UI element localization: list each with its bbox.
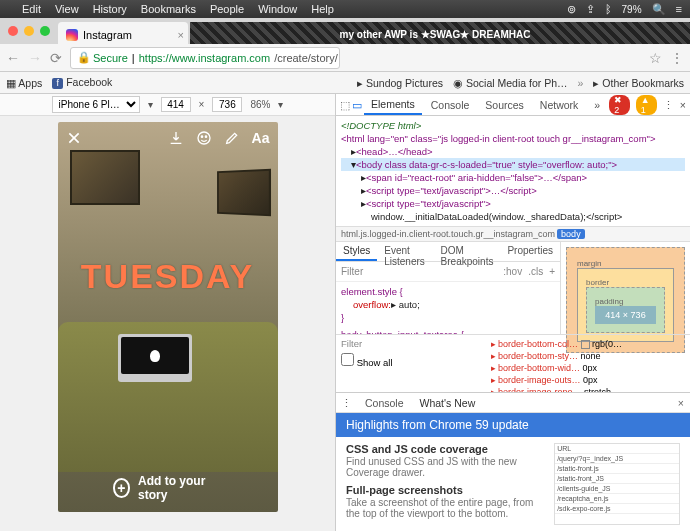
svg-point-0 <box>198 132 210 144</box>
bookmark-social-media[interactable]: ◉ Social Media for Ph… <box>453 77 567 89</box>
devtools-drawer: ⋮ Console What's New × Highlights from C… <box>336 392 690 531</box>
tab-title: Instagram <box>83 29 132 41</box>
tab-more[interactable]: » <box>587 96 607 114</box>
window-controls <box>0 26 58 36</box>
close-window-icon[interactable] <box>8 26 18 36</box>
wifi-icon[interactable]: ⊚ <box>567 3 576 16</box>
styles-filter-input[interactable]: Filter <box>341 266 363 277</box>
warning-count[interactable]: ▲ 1 <box>636 95 657 115</box>
hov-toggle[interactable]: :hov <box>503 266 522 277</box>
new-rule-icon[interactable]: + <box>549 266 555 277</box>
address-bar[interactable]: 🔒 Secure | https://www.instagram.com/cre… <box>70 47 340 69</box>
styles-subtabs: Styles Event Listeners DOM Breakpoints P… <box>336 242 560 262</box>
subtab-dom-breakpoints[interactable]: DOM Breakpoints <box>434 242 501 261</box>
menu-people[interactable]: People <box>210 3 244 15</box>
tab-console[interactable]: Console <box>424 96 477 114</box>
whatsnew-headline: Highlights from Chrome 59 update <box>336 413 690 437</box>
device-toolbar: iPhone 6 Pl… ▾ × 86% ▾ <box>0 94 335 116</box>
drawer-close-icon[interactable]: × <box>672 397 690 409</box>
spotlight-icon[interactable]: 🔍 <box>652 3 666 16</box>
cls-toggle[interactable]: .cls <box>528 266 543 277</box>
instagram-favicon-icon <box>66 29 78 41</box>
devtools-menu-icon[interactable]: ⋮ <box>663 99 674 111</box>
bookmark-facebook[interactable]: f Facebook <box>52 76 112 89</box>
sticker-icon[interactable] <box>196 130 212 148</box>
save-icon[interactable] <box>168 130 184 148</box>
background-art <box>70 150 140 205</box>
zoom-level[interactable]: 86% <box>250 99 270 110</box>
device-width-input[interactable] <box>161 97 191 112</box>
star-bookmark-icon[interactable]: ☆ <box>649 50 662 66</box>
background-art <box>217 169 271 217</box>
lock-icon[interactable]: 🔒 Secure <box>77 51 128 64</box>
tab-close-icon[interactable]: × <box>178 29 184 41</box>
dom-tree[interactable]: <!DOCTYPE html> <html lang="en" class="j… <box>336 116 690 226</box>
breadcrumb[interactable]: html.js.logged-in.client-root.touch.gr__… <box>336 226 690 242</box>
reload-button[interactable]: ⟳ <box>50 50 62 66</box>
device-emulation-pane: iPhone 6 Pl… ▾ × 86% ▾ <box>0 94 335 531</box>
other-bookmarks[interactable]: ▸ Other Bookmarks <box>593 77 684 89</box>
subtab-styles[interactable]: Styles <box>336 242 377 261</box>
subtab-event-listeners[interactable]: Event Listeners <box>377 242 433 261</box>
battery-status[interactable]: 79% <box>622 4 642 15</box>
apple-logo-icon <box>150 350 160 362</box>
story-editor-viewport[interactable]: Aa TUESDAY + Add to your story <box>58 122 278 512</box>
menu-edit[interactable]: Edit <box>22 3 41 15</box>
subtab-properties[interactable]: Properties <box>500 242 560 261</box>
plus-circle-icon: + <box>113 478 131 498</box>
device-toggle-icon[interactable]: ▭ <box>352 99 362 111</box>
devtools-panel: ⬚ ▭ Elements Console Sources Network » ✖… <box>335 94 690 531</box>
device-height-input[interactable] <box>212 97 242 112</box>
svg-point-2 <box>205 136 206 137</box>
apps-shortcut[interactable]: ▦ Apps <box>6 77 42 89</box>
menu-help[interactable]: Help <box>311 3 334 15</box>
menu-window[interactable]: Window <box>258 3 297 15</box>
box-model-widget[interactable]: margin border padding 414 × 736 <box>560 242 690 334</box>
svg-point-1 <box>201 136 202 137</box>
chrome-menu-icon[interactable]: ⋮ <box>670 50 684 66</box>
mac-menu-bar: Edit View History Bookmarks People Windo… <box>0 0 690 18</box>
drawer-tab-console[interactable]: Console <box>357 395 412 411</box>
tab-background-theme[interactable]: my other AWP is ★SWAG★ DREAMHAC <box>190 22 690 44</box>
chrome-tab-strip: Instagram × my other AWP is ★SWAG★ DREAM… <box>0 18 690 44</box>
url-path: /create/story/ <box>274 52 338 64</box>
drawer-tab-whatsnew[interactable]: What's New <box>412 395 484 411</box>
minimize-window-icon[interactable] <box>24 26 34 36</box>
tab-sources[interactable]: Sources <box>478 96 531 114</box>
bookmarks-bar: ▦ Apps f Facebook ▸ Sundog Pictures ◉ So… <box>0 72 690 94</box>
draw-icon[interactable] <box>224 130 240 148</box>
maximize-window-icon[interactable] <box>40 26 50 36</box>
close-story-icon[interactable] <box>66 130 82 148</box>
box-model-dims: 414 × 736 <box>595 306 656 324</box>
facebook-icon: f <box>52 78 63 89</box>
css-rules-list[interactable]: element.style {overflow:▸ auto;}…body, b… <box>336 282 560 334</box>
device-select[interactable]: iPhone 6 Pl… <box>52 96 140 113</box>
inspect-icon[interactable]: ⬚ <box>340 99 350 111</box>
tab-instagram[interactable]: Instagram × <box>58 22 188 44</box>
devtools-main-tabs: ⬚ ▭ Elements Console Sources Network » ✖… <box>336 94 690 116</box>
error-count[interactable]: ✖ 2 <box>609 95 630 115</box>
bookmark-sundog[interactable]: ▸ Sundog Pictures <box>357 77 443 89</box>
computed-filter-input[interactable]: Filter <box>341 338 362 349</box>
forward-button: → <box>28 50 42 66</box>
tab-elements[interactable]: Elements <box>364 95 422 115</box>
menu-history[interactable]: History <box>93 3 127 15</box>
devtools-close-icon[interactable]: × <box>680 99 686 111</box>
tab-network[interactable]: Network <box>533 96 586 114</box>
bluetooth-icon[interactable]: ᛒ <box>605 3 612 15</box>
add-to-story-button[interactable]: + Add to your story <box>113 474 223 502</box>
selected-body-node[interactable]: <body class data-gr-c-s-loaded="true" st… <box>356 159 617 170</box>
browser-toolbar: ← → ⟳ 🔒 Secure | https://www.instagram.c… <box>0 44 690 72</box>
story-text-overlay[interactable]: TUESDAY <box>58 257 278 296</box>
coverage-mini-table[interactable]: URL/query/?q=_index_JS/static-front.js/s… <box>554 443 680 525</box>
text-tool-button[interactable]: Aa <box>252 130 270 148</box>
drawer-menu-icon[interactable]: ⋮ <box>336 397 357 409</box>
show-all-checkbox[interactable] <box>341 353 354 366</box>
url-host: https://www.instagram.com <box>139 52 270 64</box>
dropbox-icon[interactable]: ⇪ <box>586 3 595 16</box>
menu-bookmarks[interactable]: Bookmarks <box>141 3 196 15</box>
back-button[interactable]: ← <box>6 50 20 66</box>
menu-view[interactable]: View <box>55 3 79 15</box>
computed-pane: Filter Show all ▸ border-bottom-col… rgb… <box>336 334 690 392</box>
menu-extras-icon[interactable]: ≡ <box>676 3 682 15</box>
